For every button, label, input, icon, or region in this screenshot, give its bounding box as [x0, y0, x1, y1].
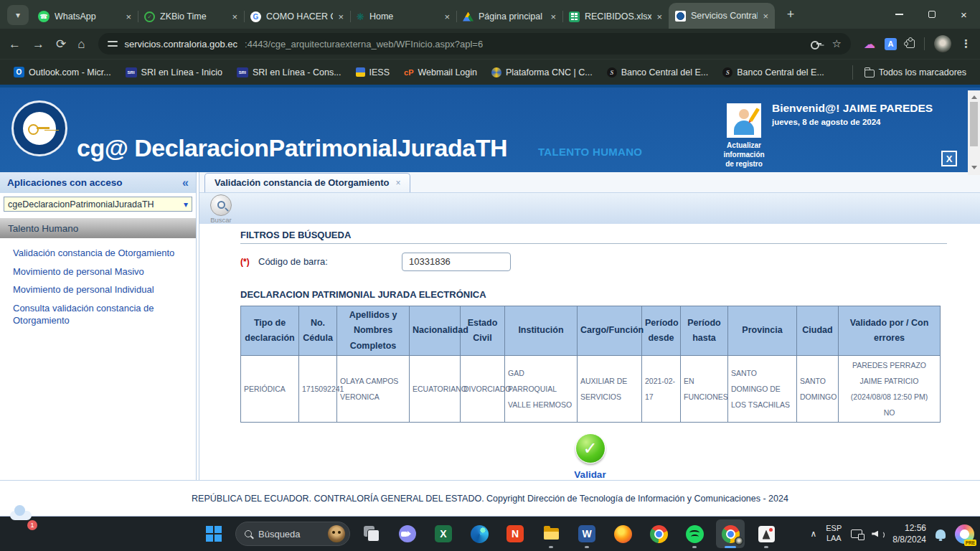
password-key-icon[interactable]: [811, 41, 821, 47]
firefox-button[interactable]: [608, 519, 637, 548]
sidebar-item-consulta-validacion[interactable]: Consulta validación constancia de Otorga…: [0, 299, 196, 330]
tab-close-icon[interactable]: ×: [126, 11, 131, 22]
sidebar-item-movimiento-masivo[interactable]: Movimiento de personal Masivo: [0, 263, 196, 281]
scrollbar-up-arrow[interactable]: [971, 93, 977, 99]
excel-button[interactable]: X: [429, 519, 458, 548]
clock[interactable]: 12:56 8/8/2024: [892, 522, 926, 545]
address-bar[interactable]: servicios.contraloria.gob.ec:4443/cge_ar…: [98, 33, 851, 55]
bookmark-iess[interactable]: IESS: [349, 65, 397, 80]
tab-close-icon[interactable]: ×: [656, 11, 662, 22]
language-indicator[interactable]: ESP LAA: [826, 524, 842, 544]
url-path: :4443/cge_arquitecturaexterna_web/WFInic…: [245, 39, 483, 50]
bookmark-webmail[interactable]: cPWebmail Login: [397, 65, 484, 80]
content-toolbar: Buscar: [199, 192, 980, 224]
col-periodo-desde: Período desde: [642, 306, 681, 356]
home-button[interactable]: ⌂: [77, 38, 85, 50]
bookmark-sri-consultas[interactable]: SRISRI en Línea - Cons...: [230, 65, 348, 80]
application-select[interactable]: cgeDeclaracionPatrimonialJuradaTH ▾: [4, 197, 192, 212]
col-apellidos-nombres: Apellidos y Nombres Completos: [337, 306, 410, 356]
tab-recibidos[interactable]: RECIBIDOS.xlsx - ×: [562, 4, 669, 29]
tab-pagina-principal[interactable]: Página principal ×: [456, 4, 562, 29]
buscar-button[interactable]: Buscar: [204, 194, 237, 224]
network-icon[interactable]: [851, 529, 862, 538]
task-view-button[interactable]: [357, 519, 386, 548]
cpanel-icon: cP: [404, 68, 413, 77]
chrome-active-window-button[interactable]: [716, 519, 745, 548]
tab-servicios-contraloria-active[interactable]: Servicios Contral ×: [669, 3, 775, 29]
tab-search-button[interactable]: ▾: [7, 5, 29, 25]
notifications-bell-icon[interactable]: [936, 529, 946, 539]
spotify-button[interactable]: [680, 519, 709, 548]
search-icon[interactable]: [210, 194, 232, 216]
update-registration-link[interactable]: Actualizar información de registro: [723, 141, 765, 169]
tab-home[interactable]: ❋ Home ×: [350, 4, 456, 29]
logout-close-button[interactable]: X: [941, 151, 957, 166]
tray-chevron-up-icon[interactable]: ∧: [810, 529, 816, 539]
window-maximize-button[interactable]: [915, 0, 948, 29]
bookmark-banco-central-2[interactable]: SBanco Central del E...: [716, 65, 831, 80]
bookmark-star-icon[interactable]: ☆: [832, 37, 842, 50]
browser-menu-icon[interactable]: ⋮: [961, 37, 971, 50]
scrollbar-down-arrow[interactable]: [971, 166, 977, 172]
new-tab-button[interactable]: +: [781, 4, 801, 24]
content-tab-close-icon[interactable]: ×: [395, 178, 400, 188]
windows-logo-icon: [206, 526, 222, 542]
bookmark-outlook[interactable]: OOutlook.com - Micr...: [7, 65, 118, 80]
profile-avatar[interactable]: [934, 35, 951, 52]
scrollbar-thumb[interactable]: [970, 102, 978, 146]
excel-icon: X: [435, 525, 452, 542]
taskbar-weather-widget[interactable]: 1: [10, 522, 39, 545]
user-avatar-icon[interactable]: [727, 103, 761, 138]
validar-label[interactable]: Validar: [240, 469, 940, 480]
java-app-button[interactable]: [752, 519, 781, 548]
cloud-extension-icon[interactable]: ☁: [864, 37, 875, 51]
welcome-block: Bienvenid@! JAIME PAREDES jueves, 8 de a…: [772, 102, 933, 126]
tab-close-icon[interactable]: ×: [232, 11, 237, 22]
translate-extension-icon[interactable]: A: [885, 38, 897, 50]
word-button[interactable]: W: [573, 519, 601, 548]
sidebar-collapse-icon[interactable]: «: [182, 176, 189, 189]
window-close-button[interactable]: ×: [948, 0, 980, 29]
barcode-input[interactable]: [402, 253, 511, 271]
chrome-button[interactable]: [644, 519, 673, 548]
tab-close-icon[interactable]: ×: [444, 11, 450, 22]
sri-icon: SRI: [237, 67, 248, 77]
tab-zkbio[interactable]: ✓ ZKBio Time ×: [138, 4, 244, 29]
reload-button[interactable]: ⟳: [56, 38, 66, 50]
content-area: Validación constancia de Otorgamiento × …: [199, 172, 980, 480]
all-bookmarks-button[interactable]: Todos los marcadores: [852, 65, 973, 80]
tab-close-icon[interactable]: ×: [338, 11, 344, 22]
tab-close-icon[interactable]: ×: [763, 11, 768, 22]
update-registration-block[interactable]: Actualizar información de registro: [723, 103, 765, 169]
bookmark-sri-inicio[interactable]: SRISRI en Línea - Inicio: [119, 65, 229, 80]
table-row[interactable]: PERIÓDICA 1715092241 OLAYA CAMPOS VERONI…: [241, 355, 941, 422]
volume-icon[interactable]: [872, 529, 883, 539]
start-button[interactable]: [199, 519, 228, 548]
edge-button[interactable]: [465, 519, 494, 548]
file-explorer-button[interactable]: [537, 519, 565, 548]
cell-tipo: PERIÓDICA: [241, 355, 299, 422]
sidebar: Aplicaciones con acceso « cgeDeclaracion…: [0, 172, 196, 480]
validar-button[interactable]: ✓: [575, 433, 606, 463]
back-button[interactable]: ←: [9, 38, 21, 50]
window-minimize-button[interactable]: [883, 0, 915, 29]
extensions-puzzle-icon[interactable]: [906, 39, 915, 48]
tab-close-icon[interactable]: ×: [550, 11, 556, 22]
tab-whatsapp[interactable]: ☎ WhatsApp ×: [32, 4, 138, 29]
bookmark-banco-central-1[interactable]: SBanco Central del E...: [600, 65, 715, 80]
tab-validacion-constancia[interactable]: Validación constancia de Otorgamiento ×: [204, 173, 410, 192]
copilot-icon[interactable]: PRE: [955, 524, 974, 544]
sidebar-group-talento-humano[interactable]: Talento Humano: [0, 218, 196, 238]
sidebar-item-validacion-constancia[interactable]: Validación constancia de Otorgamiento: [0, 244, 196, 263]
forward-button[interactable]: →: [32, 38, 44, 50]
site-settings-icon[interactable]: [108, 39, 118, 49]
page-scrollbar[interactable]: [968, 90, 980, 175]
tab-como-hacer[interactable]: G COMO HACER C ×: [244, 4, 350, 29]
bookmark-cnc[interactable]: Plataforma CNC | C...: [485, 65, 599, 80]
nitro-pdf-button[interactable]: N: [501, 519, 529, 548]
taskbar-search[interactable]: Búsqueda: [235, 522, 350, 546]
teams-chat-button[interactable]: [393, 519, 422, 548]
col-periodo-hasta: Período hasta: [681, 306, 728, 356]
gold-key-icon: [28, 123, 51, 133]
sidebar-item-movimiento-individual[interactable]: Movimiento de personal Individual: [0, 281, 196, 299]
